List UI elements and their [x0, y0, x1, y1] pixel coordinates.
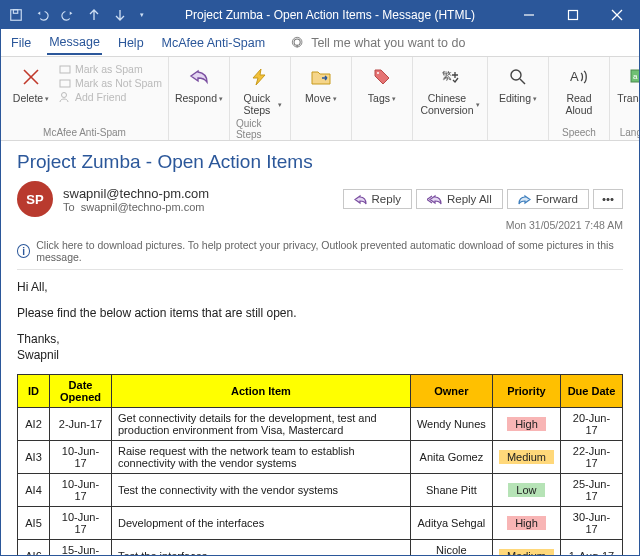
- arrow-up-icon[interactable]: [83, 4, 105, 26]
- svg-rect-11: [60, 80, 70, 87]
- ribbon: Delete▾ Mark as Spam Mark as Not Spam Ad…: [1, 57, 639, 141]
- table-row: AI310-Jun-17Raise request with the netwo…: [18, 441, 623, 474]
- message-date: Mon 31/05/2021 7:48 AM: [17, 219, 623, 231]
- quick-steps-button[interactable]: Quick Steps▾: [236, 61, 284, 116]
- add-friend-button[interactable]: Add Friend: [59, 91, 162, 103]
- tell-me-search[interactable]: Tell me what you want to do: [291, 36, 465, 50]
- undo-icon[interactable]: [31, 4, 53, 26]
- tab-file[interactable]: File: [9, 32, 33, 54]
- body-signature: Swapnil: [17, 348, 623, 362]
- translate-icon: aあ: [628, 63, 640, 91]
- cell-owner: Aditya Sehgal: [410, 507, 492, 540]
- cell-id: AI4: [18, 474, 50, 507]
- group-quicksteps: Quick Steps▾ Quick Steps: [230, 57, 291, 140]
- group-editing: Editing▾: [488, 57, 549, 140]
- maximize-button[interactable]: [551, 1, 595, 29]
- message-body: Hi All, Please find the below action ite…: [1, 270, 639, 556]
- cell-opened: 10-Jun-17: [50, 474, 112, 507]
- cell-opened: 15-Jun-17: [50, 540, 112, 557]
- respond-button[interactable]: Respond▾: [175, 61, 223, 105]
- save-icon[interactable]: [5, 4, 27, 26]
- reply-all-button[interactable]: Reply All: [416, 189, 503, 209]
- table-header-row: ID Date Opened Action Item Owner Priorit…: [18, 375, 623, 408]
- cell-priority: High: [492, 408, 560, 441]
- svg-point-6: [294, 39, 300, 45]
- tags-button[interactable]: Tags▾: [358, 61, 406, 105]
- title-bar: ▾ Project Zumba - Open Action Items - Me…: [1, 1, 639, 29]
- more-actions-button[interactable]: •••: [593, 189, 623, 209]
- mcafee-stack: Mark as Spam Mark as Not Spam Add Friend: [59, 61, 162, 103]
- cell-id: AI6: [18, 540, 50, 557]
- cell-opened: 10-Jun-17: [50, 507, 112, 540]
- group-label-language: Language: [620, 125, 640, 138]
- info-icon: i: [17, 244, 30, 258]
- minimize-button[interactable]: [507, 1, 551, 29]
- arrow-down-icon[interactable]: [109, 4, 131, 26]
- body-greeting: Hi All,: [17, 280, 623, 294]
- svg-rect-1: [13, 10, 17, 14]
- reply-button[interactable]: Reply: [343, 189, 412, 209]
- mark-spam-button[interactable]: Mark as Spam: [59, 63, 162, 75]
- tab-mcafee[interactable]: McAfee Anti-Spam: [160, 32, 268, 54]
- mark-not-spam-button[interactable]: Mark as Not Spam: [59, 77, 162, 89]
- col-priority: Priority: [492, 375, 560, 408]
- message-header-area: Project Zumba - Open Action Items SP swa…: [1, 141, 639, 270]
- cell-id: AI5: [18, 507, 50, 540]
- svg-text:A: A: [570, 69, 579, 84]
- editing-icon: [504, 63, 532, 91]
- redo-icon[interactable]: [57, 4, 79, 26]
- col-id: ID: [18, 375, 50, 408]
- move-icon: [307, 63, 335, 91]
- cell-id: AI3: [18, 441, 50, 474]
- ribbon-tabs: File Message Help McAfee Anti-Spam Tell …: [1, 29, 639, 57]
- svg-point-13: [377, 72, 379, 74]
- col-owner: Owner: [410, 375, 492, 408]
- cell-opened: 2-Jun-17: [50, 408, 112, 441]
- quick-steps-icon: [246, 63, 274, 91]
- tags-icon: [368, 63, 396, 91]
- chinese-conversion-button[interactable]: 繁 Chinese Conversion▾: [419, 61, 481, 116]
- svg-point-15: [511, 70, 521, 80]
- group-delete: Delete▾ Mark as Spam Mark as Not Spam Ad…: [1, 57, 169, 140]
- table-row: AI22-Jun-17Get connectivity details for …: [18, 408, 623, 441]
- table-row: AI510-Jun-17Development of the interface…: [18, 507, 623, 540]
- read-aloud-icon: A: [565, 63, 593, 91]
- quick-access-toolbar: ▾: [1, 1, 153, 29]
- cell-owner: Wendy Nunes: [410, 408, 492, 441]
- group-label-speech: Speech: [562, 125, 596, 138]
- forward-button[interactable]: Forward: [507, 189, 589, 209]
- message-actions: Reply Reply All Forward •••: [343, 189, 623, 209]
- svg-text:繁: 繁: [442, 70, 452, 81]
- window-controls: [507, 1, 639, 29]
- group-respond: Respond▾: [169, 57, 230, 140]
- group-speech: A Read Aloud Speech: [549, 57, 610, 140]
- cell-due: 25-Jun-17: [561, 474, 623, 507]
- tell-me-label: Tell me what you want to do: [311, 36, 465, 50]
- cell-opened: 10-Jun-17: [50, 441, 112, 474]
- svg-rect-0: [11, 10, 22, 21]
- move-button[interactable]: Move▾: [297, 61, 345, 105]
- tab-help[interactable]: Help: [116, 32, 146, 54]
- delete-button[interactable]: Delete▾: [7, 61, 55, 105]
- qat-customize-icon[interactable]: ▾: [135, 4, 149, 26]
- action-items-table: ID Date Opened Action Item Owner Priorit…: [17, 374, 623, 556]
- download-pictures-infobar[interactable]: i Click here to download pictures. To he…: [17, 235, 623, 270]
- cell-priority: Medium: [492, 540, 560, 557]
- close-button[interactable]: [595, 1, 639, 29]
- cell-action-item: Development of the interfaces: [112, 507, 411, 540]
- translate-button[interactable]: aあ Translate▾: [616, 61, 640, 105]
- cell-priority: Low: [492, 474, 560, 507]
- table-row: AI615-Jun-17Test the interfacesNicole Ed…: [18, 540, 623, 557]
- cell-due: 30-Jun-17: [561, 507, 623, 540]
- cell-owner: Anita Gomez: [410, 441, 492, 474]
- col-action-item: Action Item: [112, 375, 411, 408]
- window-title: Project Zumba - Open Action Items - Mess…: [153, 1, 507, 29]
- editing-button[interactable]: Editing▾: [494, 61, 542, 105]
- delete-icon: [17, 63, 45, 91]
- message-subject: Project Zumba - Open Action Items: [17, 151, 623, 173]
- chinese-icon: 繁: [436, 63, 464, 91]
- read-aloud-button[interactable]: A Read Aloud: [555, 61, 603, 116]
- tab-message[interactable]: Message: [47, 31, 102, 55]
- cell-due: 20-Jun-17: [561, 408, 623, 441]
- cell-id: AI2: [18, 408, 50, 441]
